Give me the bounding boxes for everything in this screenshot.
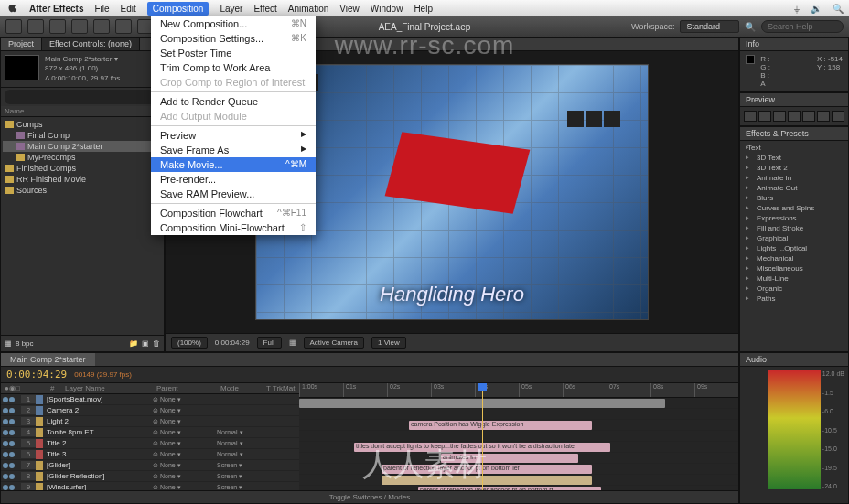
project-tab[interactable]: Project — [1, 38, 42, 50]
layer-bar[interactable]: parent of reflection layer anchor pt on … — [382, 465, 592, 474]
layer-name[interactable]: [Glider] — [43, 461, 153, 469]
search-help-input[interactable] — [761, 20, 844, 33]
new-comp-icon[interactable]: ▣ — [142, 339, 149, 348]
time-ruler[interactable]: 1:00s01s02s03s04s05s06s07s08s09s — [299, 383, 738, 398]
tool-hand[interactable] — [27, 19, 44, 34]
track[interactable] — [299, 409, 738, 420]
layer-color[interactable] — [36, 395, 43, 404]
layer-mode[interactable]: Normal ▾ — [217, 429, 263, 436]
col-mode[interactable]: Mode — [217, 384, 263, 392]
layer-name[interactable]: Tonite 8pm ET — [43, 428, 153, 436]
camera-selector[interactable]: Active Camera — [304, 337, 364, 349]
last-frame-button[interactable] — [802, 111, 815, 122]
col-parent[interactable]: Parent — [153, 384, 217, 392]
menu-effect[interactable]: Effect — [253, 4, 276, 14]
layer-switches[interactable] — [1, 441, 21, 446]
track[interactable] — [299, 398, 738, 409]
fx-preset[interactable]: Lights ...Optical — [744, 243, 844, 253]
playhead[interactable] — [482, 383, 483, 490]
views-selector[interactable]: 1 View — [371, 337, 406, 349]
prev-frame-button[interactable] — [758, 111, 771, 122]
fx-preset[interactable]: Curves and Spins — [744, 203, 844, 213]
new-folder-icon[interactable]: 📁 — [129, 339, 138, 348]
layer-color[interactable] — [36, 472, 43, 481]
layer-row[interactable]: 3 Light 2 ⊘ None ▾ — [1, 416, 299, 427]
layer-mode[interactable]: Normal ▾ — [217, 440, 263, 447]
project-item[interactable]: Final Comp — [3, 130, 162, 141]
layer-row[interactable]: 6 Title 3 ⊘ None ▾ Normal ▾ — [1, 449, 299, 460]
menu-item[interactable]: Preview▶ — [151, 128, 316, 143]
volume-icon[interactable]: 🔉 — [811, 4, 822, 14]
col-name[interactable]: Name — [5, 107, 24, 115]
layer-switches[interactable] — [1, 474, 21, 479]
project-item[interactable]: MyPrecomps — [3, 152, 162, 163]
menu-composition[interactable]: Composition — [147, 2, 210, 16]
layer-name[interactable]: [Windsurfer] — [43, 483, 153, 490]
track[interactable] — [299, 475, 738, 486]
layer-color[interactable] — [36, 406, 43, 415]
menu-item[interactable]: Save Frame As▶ — [151, 143, 316, 157]
layer-mode[interactable]: Screen ▾ — [217, 473, 263, 480]
interpret-icon[interactable]: ▦ — [5, 339, 12, 348]
fx-preset[interactable]: Animate Out — [744, 183, 844, 193]
tool-pan-behind[interactable] — [115, 19, 132, 34]
track[interactable] — [299, 431, 738, 442]
layer-switches[interactable] — [1, 397, 21, 402]
menu-help[interactable]: Help — [414, 4, 433, 14]
fx-preset[interactable]: Multi-Line — [744, 273, 844, 284]
layer-bar[interactable] — [382, 476, 592, 485]
layer-parent[interactable]: ⊘ None ▾ — [153, 418, 217, 425]
layer-switches[interactable] — [1, 419, 21, 424]
layer-row[interactable]: 4 Tonite 8pm ET ⊘ None ▾ Normal ▾ — [1, 427, 299, 438]
menu-item[interactable]: Trim Comp to Work Area — [151, 60, 316, 75]
menu-item[interactable]: Composition Settings...⌘K — [151, 31, 316, 46]
menu-file[interactable]: File — [94, 4, 109, 14]
project-item[interactable]: RR Finished Movie — [3, 174, 162, 185]
menu-item[interactable]: Add to Render Queue — [151, 94, 316, 109]
layer-name[interactable]: [SportsBeat.mov] — [43, 395, 153, 403]
timeline-tracks-area[interactable]: 1:00s01s02s03s04s05s06s07s08s09s camera … — [299, 383, 738, 490]
layer-color[interactable] — [36, 428, 43, 437]
layer-name[interactable]: Camera 2 — [43, 406, 153, 414]
layer-mode[interactable]: Normal ▾ — [217, 451, 263, 458]
layer-name[interactable]: [Glider Reflection] — [43, 472, 153, 480]
apple-icon[interactable] — [5, 1, 18, 16]
layer-mode[interactable]: Screen ▾ — [217, 484, 263, 491]
track[interactable]: parent of reflection layer anchor pt on … — [299, 486, 738, 490]
project-item[interactable]: Main Comp 2*starter — [3, 141, 162, 152]
layer-color[interactable] — [36, 417, 43, 426]
app-name[interactable]: After Effects — [29, 4, 83, 14]
layer-row[interactable]: 9 [Windsurfer] ⊘ None ▾ Screen ▾ — [1, 482, 299, 490]
layer-parent[interactable]: ⊘ None ▾ — [153, 473, 217, 480]
spotlight-icon[interactable]: 🔍 — [833, 4, 844, 14]
layer-parent[interactable]: ⊘ None ▾ — [153, 396, 217, 403]
layer-row[interactable]: 5 Title 2 ⊘ None ▾ Normal ▾ — [1, 438, 299, 449]
timeline-tab[interactable]: Main Comp 2*starter — [1, 353, 95, 366]
fx-preset[interactable]: 3D Text — [744, 153, 844, 163]
menu-item[interactable]: Make Movie...^⌘M — [151, 157, 316, 172]
workspace-selector[interactable]: Standard — [680, 20, 739, 33]
menu-window[interactable]: Window — [371, 4, 403, 14]
fx-preset[interactable]: Mechanical — [744, 253, 844, 263]
layer-color[interactable] — [36, 439, 43, 448]
fx-preset[interactable]: Paths — [744, 294, 844, 304]
menu-animation[interactable]: Animation — [288, 4, 328, 14]
mute-button[interactable] — [817, 111, 830, 122]
layer-row[interactable]: 1 [SportsBeat.mov] ⊘ None ▾ — [1, 394, 299, 405]
col-trkmat[interactable]: T TrkMat — [263, 384, 299, 392]
layer-row[interactable]: 2 Camera 2 ⊘ None ▾ — [1, 405, 299, 416]
tool-camera[interactable] — [93, 19, 110, 34]
layer-mode[interactable]: Screen ▾ — [217, 462, 263, 469]
fx-preset[interactable]: Graphical — [744, 233, 844, 243]
project-item[interactable]: Sources — [3, 185, 162, 196]
layer-parent[interactable]: ⊘ None ▾ — [153, 451, 217, 458]
menu-layer[interactable]: Layer — [220, 4, 242, 14]
layer-parent[interactable]: ⊘ None ▾ — [153, 440, 217, 447]
loop-button[interactable] — [832, 111, 844, 122]
project-search[interactable] — [5, 90, 160, 104]
menu-item[interactable]: Composition Mini-Flowchart⇧ — [151, 220, 316, 235]
menu-item[interactable]: Composition Flowchart^⌘F11 — [151, 206, 316, 220]
tool-rotate[interactable] — [71, 19, 88, 34]
zoom-level[interactable]: (100%) — [171, 337, 208, 349]
effect-controls-tab[interactable]: Effect Controls: (none) — [42, 38, 140, 50]
